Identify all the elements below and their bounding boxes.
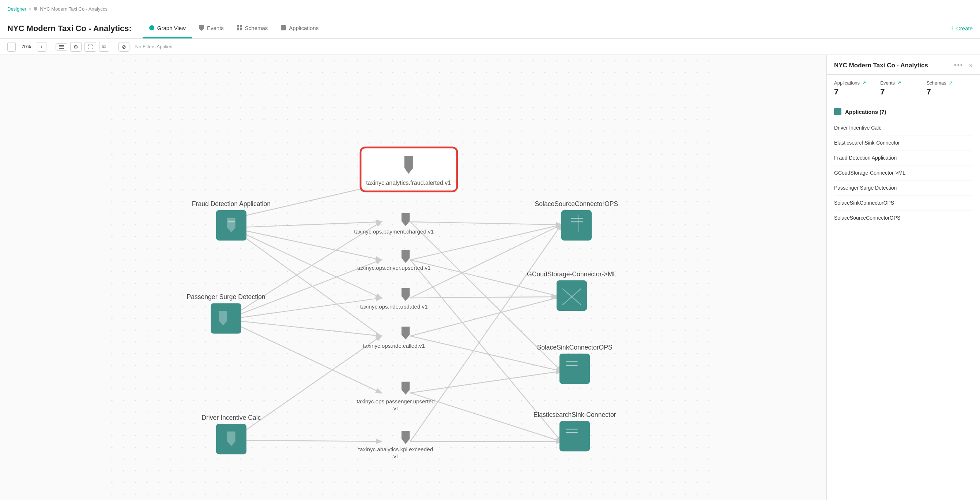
filter-button[interactable]: ⊘ bbox=[118, 42, 129, 52]
stat-events: Events ↗ 7 bbox=[880, 80, 926, 97]
toolbar-divider-1 bbox=[51, 42, 51, 51]
app-list-item[interactable]: SolaceSinkConnectorOPS bbox=[834, 195, 973, 211]
svg-text:.v1: .v1 bbox=[392, 453, 399, 459]
zoom-out-button[interactable]: - bbox=[7, 42, 16, 52]
svg-text:Fraud Detection Application: Fraud Detection Application bbox=[192, 200, 270, 208]
svg-text:SolaceSourceConnectorOPS: SolaceSourceConnectorOPS bbox=[535, 200, 618, 208]
panel-more-button[interactable]: ••• bbox=[954, 61, 963, 69]
graph-view-icon bbox=[149, 25, 154, 30]
breadcrumb-separator: > bbox=[29, 6, 32, 12]
applications-stat-arrow[interactable]: ↗ bbox=[862, 80, 866, 86]
create-button[interactable]: + Create bbox=[950, 24, 973, 32]
events-stat-value: 7 bbox=[880, 87, 926, 97]
applications-section: Applications (7) Driver Incentive Calc E… bbox=[827, 102, 980, 231]
graph-svg: taxinyc.analytics.fraud.alerted.v1 Fraud… bbox=[0, 55, 826, 500]
svg-text:Passenger Surge Detection: Passenger Surge Detection bbox=[186, 293, 265, 300]
section-title: Applications (7) bbox=[845, 109, 886, 115]
breadcrumb-bar: Designer > NYC Modern Taxi Co - Analytic… bbox=[0, 0, 980, 18]
breadcrumb-designer-link[interactable]: Designer bbox=[7, 6, 26, 12]
applications-stat-value: 7 bbox=[834, 87, 880, 97]
expand-button[interactable]: ⧉ bbox=[99, 42, 109, 52]
svg-text:GCoudStorage-Connector->ML: GCoudStorage-Connector->ML bbox=[527, 270, 617, 278]
svg-text:taxinyc.ops.passenger.upserted: taxinyc.ops.passenger.upserted bbox=[356, 398, 435, 404]
svg-rect-63 bbox=[560, 354, 590, 384]
gear-icon: ⚙ bbox=[73, 44, 78, 50]
fit-view-button[interactable]: ⛶ bbox=[84, 42, 96, 52]
svg-text:Driver Incentive Calc: Driver Incentive Calc bbox=[202, 414, 261, 421]
section-header: Applications (7) bbox=[834, 108, 973, 115]
stat-schemas: Schemas ↗ 7 bbox=[927, 80, 973, 97]
toolbar: - 70% + ⚙ ⛶ ⧉ ⊘ No Filters Applied bbox=[0, 39, 980, 55]
app-list: Driver Incentive Calc ElasticsearchSink-… bbox=[834, 120, 973, 225]
svg-text:taxinyc.ops.ride.called.v1: taxinyc.ops.ride.called.v1 bbox=[363, 343, 425, 349]
svg-text:taxinyc.analytics.kpi.exceeded: taxinyc.analytics.kpi.exceeded bbox=[358, 446, 433, 452]
expand-icon: ⧉ bbox=[102, 43, 106, 50]
panel-title: NYC Modern Taxi Co - Analytics bbox=[834, 62, 928, 69]
plus-icon: + bbox=[950, 24, 954, 32]
tab-schemas[interactable]: Schemas bbox=[231, 18, 275, 38]
svg-text:taxinyc.ops.payment.charged.v1: taxinyc.ops.payment.charged.v1 bbox=[354, 228, 434, 235]
toolbar-divider-2 bbox=[114, 42, 114, 51]
applications-stat-label: Applications bbox=[834, 80, 860, 86]
app-list-item[interactable]: GCoudStorage-Connector->ML bbox=[834, 165, 973, 181]
app-list-item[interactable]: Driver Incentive Calc bbox=[834, 120, 973, 136]
svg-rect-1 bbox=[106, 55, 721, 500]
fit-icon: ⛶ bbox=[88, 44, 93, 50]
app-list-item[interactable]: ElasticsearchSink-Connector bbox=[834, 136, 973, 150]
graph-canvas[interactable]: taxinyc.analytics.fraud.alerted.v1 Fraud… bbox=[0, 55, 826, 500]
app-list-item[interactable]: Fraud Detection Application bbox=[834, 150, 973, 165]
svg-text:.v1: .v1 bbox=[392, 405, 399, 411]
tab-events[interactable]: Events bbox=[192, 18, 231, 38]
schemas-stat-label: Schemas bbox=[927, 80, 947, 86]
section-icon bbox=[834, 108, 842, 115]
panel-collapse-button[interactable]: » bbox=[969, 61, 973, 69]
app-list-item[interactable]: Passenger Surge Detection bbox=[834, 181, 973, 195]
tabs-nav: Graph View Events Schemas Applications bbox=[143, 18, 325, 38]
svg-rect-67 bbox=[560, 421, 590, 451]
svg-text:SolaceSinkConnectorOPS: SolaceSinkConnectorOPS bbox=[537, 344, 612, 351]
stat-applications: Applications ↗ 7 bbox=[834, 80, 880, 97]
page-title: NYC Modern Taxi Co - Analytics: bbox=[7, 24, 132, 33]
schemas-icon bbox=[237, 25, 242, 30]
schemas-stat-value: 7 bbox=[927, 87, 973, 97]
app-list-item[interactable]: SolaceSourceConnectorOPS bbox=[834, 211, 973, 225]
main-content: taxinyc.analytics.fraud.alerted.v1 Fraud… bbox=[0, 55, 980, 500]
filter-label: No Filters Applied bbox=[135, 44, 173, 50]
breadcrumb: Designer > NYC Modern Taxi Co - Analytic… bbox=[7, 6, 108, 12]
tab-graph-view[interactable]: Graph View bbox=[143, 18, 192, 38]
schemas-stat-arrow[interactable]: ↗ bbox=[948, 80, 953, 86]
applications-icon bbox=[281, 25, 286, 30]
tab-applications[interactable]: Applications bbox=[274, 18, 325, 38]
right-panel: NYC Modern Taxi Co - Analytics ••• » App… bbox=[826, 55, 980, 500]
stats-row: Applications ↗ 7 Events ↗ 7 Schemas ↗ 7 bbox=[827, 75, 980, 102]
svg-text:taxinyc.ops.ride.updated.v1: taxinyc.ops.ride.updated.v1 bbox=[360, 304, 428, 310]
svg-text:taxinyc.ops.driver.upserted.v1: taxinyc.ops.driver.upserted.v1 bbox=[357, 265, 431, 271]
panel-header: NYC Modern Taxi Co - Analytics ••• » bbox=[827, 55, 980, 75]
breadcrumb-dot-icon bbox=[33, 7, 37, 11]
zoom-level-display: 70% bbox=[19, 44, 34, 50]
zoom-in-button[interactable]: + bbox=[37, 42, 46, 52]
events-stat-label: Events bbox=[880, 80, 895, 86]
title-bar: NYC Modern Taxi Co - Analytics: Graph Vi… bbox=[0, 18, 980, 39]
events-icon bbox=[199, 25, 204, 31]
list-icon bbox=[59, 45, 64, 49]
svg-rect-59 bbox=[557, 280, 587, 311]
settings-button[interactable]: ⚙ bbox=[70, 42, 81, 52]
svg-rect-54 bbox=[561, 210, 592, 241]
filter-icon: ⊘ bbox=[122, 44, 126, 50]
svg-text:ElasticsearchSink-Connector: ElasticsearchSink-Connector bbox=[533, 411, 616, 419]
events-stat-arrow[interactable]: ↗ bbox=[897, 80, 901, 86]
svg-text:taxinyc.analytics.fraud.alerte: taxinyc.analytics.fraud.alerted.v1 bbox=[366, 180, 451, 186]
list-view-button[interactable] bbox=[56, 43, 67, 51]
breadcrumb-current: NYC Modern Taxi Co - Analytics bbox=[33, 6, 108, 12]
